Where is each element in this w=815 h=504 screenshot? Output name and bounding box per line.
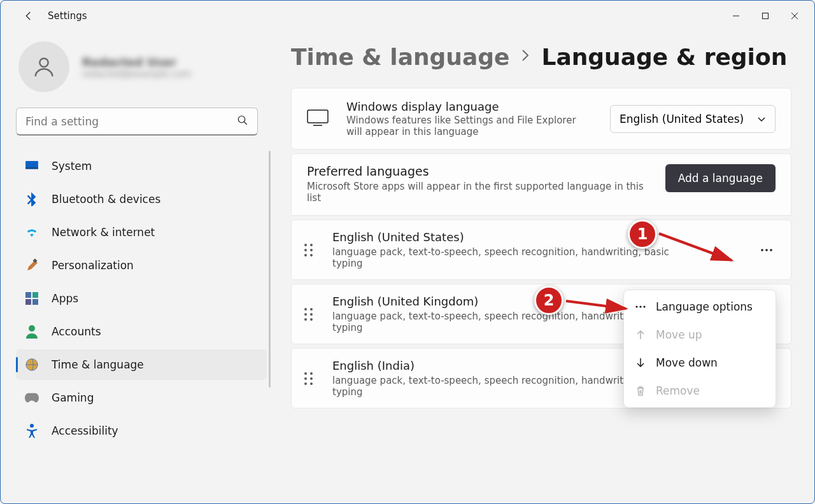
preferred-desc: Microsoft Store apps will appear in the … [307,181,651,204]
avatar [18,41,69,92]
brush-icon [25,258,39,272]
profile[interactable]: Redacted User redacted@example.com [18,41,268,92]
breadcrumb: Time & language Language & region [291,44,791,70]
annotation-arrow-1 [656,230,739,265]
svg-point-14 [29,325,35,332]
svg-point-5 [238,116,245,123]
close-button[interactable] [780,6,809,26]
person-icon [25,325,39,339]
drag-handle-icon[interactable] [304,308,318,321]
svg-rect-8 [25,167,38,169]
nav-time-language[interactable]: Time & language [16,349,267,380]
chevron-down-icon [757,113,766,125]
monitor-icon [307,109,329,129]
display-language-desc: Windows features like Settings and File … [346,115,592,137]
nav-label: Accounts [52,325,101,338]
nav-label: Personalization [52,259,134,272]
nav-bluetooth[interactable]: Bluetooth & devices [16,184,267,214]
svg-rect-1 [763,13,769,19]
svg-rect-11 [32,292,38,298]
breadcrumb-parent[interactable]: Time & language [291,44,509,70]
sidebar: Redacted User redacted@example.com Syste… [1,31,268,503]
ctx-language-options[interactable]: Language options [624,293,776,321]
search-icon [237,115,248,129]
maximize-button[interactable] [751,6,780,26]
nav-personalization[interactable]: Personalization [16,250,267,281]
svg-point-17 [30,424,34,428]
back-button[interactable] [16,3,41,29]
svg-point-31 [643,305,645,307]
ctx-label: Remove [656,384,700,397]
svg-point-22 [770,249,772,251]
nav-gaming[interactable]: Gaming [16,382,267,413]
nav-label: Time & language [52,358,144,371]
svg-rect-18 [308,110,328,123]
svg-line-33 [566,301,626,309]
globe-clock-icon [25,358,39,372]
bluetooth-icon [25,192,39,206]
dropdown-value: English (United States) [620,113,744,125]
add-language-button[interactable]: Add a language [665,164,776,192]
nav-accessibility[interactable]: Accessibility [16,416,267,446]
display-language-dropdown[interactable]: English (United States) [610,105,776,133]
main-content: Time & language Language & region Window… [268,31,814,503]
titlebar: Settings [1,1,814,31]
preferred-languages-header: Preferred languages Microsoft Store apps… [291,153,791,216]
nav-label: System [52,160,92,172]
nav-network[interactable]: Network & internet [16,217,267,248]
search-input[interactable] [25,115,237,128]
ctx-label: Move up [656,328,702,341]
profile-name: Redacted User [82,55,191,69]
svg-point-29 [635,305,637,307]
trash-icon [634,386,647,396]
preferred-title: Preferred languages [307,164,651,178]
monitor-icon [25,159,39,173]
gamepad-icon [25,391,39,405]
ctx-move-up: Move up [624,321,776,349]
annotation-arrow-2 [563,297,634,316]
svg-rect-13 [32,299,38,305]
display-language-title: Windows display language [346,100,592,113]
svg-line-6 [244,122,247,125]
app-title: Settings [48,10,87,22]
more-options-button[interactable] [754,237,779,263]
drag-handle-icon[interactable] [304,372,318,385]
svg-point-4 [39,59,48,67]
search-box[interactable] [16,108,258,136]
annotation-badge-2: 2 [534,286,563,315]
ctx-label: Language options [656,300,753,313]
annotation-badge-1: 1 [628,220,657,249]
nav-label: Network & internet [52,226,155,239]
language-features: language pack, text-to-speech, speech re… [332,246,689,269]
apps-icon [25,291,39,305]
nav-label: Accessibility [52,424,118,437]
settings-window: Settings Redacted User redacted@example.… [0,0,815,504]
nav-label: Apps [52,292,78,305]
svg-point-21 [765,249,768,251]
display-language-card: Windows display language Windows feature… [291,88,791,150]
svg-point-20 [761,249,763,251]
nav-accounts[interactable]: Accounts [16,316,267,347]
nav: System Bluetooth & devices Network & int… [16,151,267,446]
svg-line-32 [659,234,732,260]
minimize-button[interactable] [721,6,751,26]
nav-apps[interactable]: Apps [16,283,267,314]
arrow-up-icon [634,330,647,340]
nav-system[interactable]: System [16,151,267,181]
svg-rect-12 [25,299,31,305]
drag-handle-icon[interactable] [304,244,318,256]
ctx-remove: Remove [624,377,776,405]
accessibility-icon [25,424,39,438]
profile-email: redacted@example.com [82,69,191,79]
ctx-label: Move down [656,356,718,369]
window-controls [721,6,809,26]
nav-label: Gaming [52,391,94,404]
language-context-menu: Language options Move up Move down Remov… [623,290,776,408]
chevron-right-icon [521,49,530,65]
profile-text: Redacted User redacted@example.com [82,55,191,79]
wifi-icon [25,225,39,239]
arrow-down-icon [634,358,647,368]
more-horizontal-icon [634,305,647,309]
ctx-move-down[interactable]: Move down [624,349,776,377]
nav-label: Bluetooth & devices [52,193,160,206]
